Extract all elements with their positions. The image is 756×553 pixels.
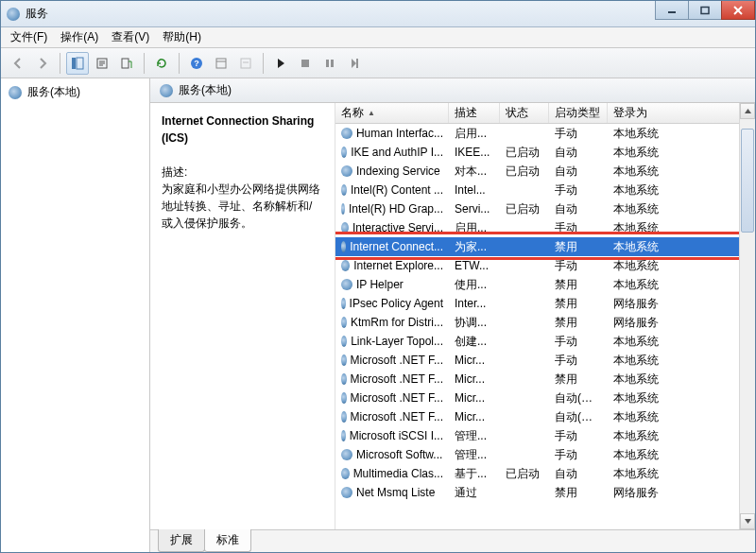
column-header-name[interactable]: 名称▲ xyxy=(335,103,449,123)
service-row[interactable]: Human Interfac...启用...手动本地系统 xyxy=(335,124,755,143)
service-row[interactable]: Link-Layer Topol...创建...手动本地系统 xyxy=(335,332,755,351)
cell-logon: 本地系统 xyxy=(608,277,755,293)
column-header-startup[interactable]: 启动类型 xyxy=(549,103,608,123)
service-name-text: Human Interfac... xyxy=(356,127,443,140)
service-name-text: Internet Explore... xyxy=(353,259,443,272)
service-row[interactable]: Multimedia Clas...基于...已启动自动本地系统 xyxy=(335,464,755,483)
gear-icon xyxy=(341,165,352,177)
cell-name: Indexing Service xyxy=(335,164,449,178)
show-hide-tree-button[interactable] xyxy=(66,52,89,75)
menu-help[interactable]: 帮助(H) xyxy=(163,29,201,45)
refresh-button[interactable] xyxy=(150,52,173,75)
help-button[interactable]: ? xyxy=(185,52,208,75)
tab-standard[interactable]: 标准 xyxy=(204,529,251,552)
service-name-text: Link-Layer Topol... xyxy=(351,335,443,348)
gear-icon xyxy=(341,260,350,271)
service-row[interactable]: Internet Explore...ETW...手动本地系统 xyxy=(335,256,755,275)
cell-logon: 本地系统 xyxy=(608,258,755,274)
pause-service-button[interactable] xyxy=(318,52,341,75)
service-row[interactable]: Microsoft .NET F...Micr...禁用本地系统 xyxy=(335,370,755,389)
cell-desc: Intel... xyxy=(449,183,500,197)
service-row[interactable]: KtmRm for Distri...协调...禁用网络服务 xyxy=(335,313,755,332)
svg-text:?: ? xyxy=(194,59,199,68)
cell-logon: 本地系统 xyxy=(608,220,755,236)
service-row[interactable]: Microsoft Softw...管理...手动本地系统 xyxy=(335,445,755,464)
gear-icon xyxy=(341,468,350,479)
service-row[interactable]: IKE and AuthIP I...IKEE...已启动自动本地系统 xyxy=(335,143,755,162)
cell-logon: 本地系统 xyxy=(608,164,755,180)
service-row[interactable]: Net Msmq Liste通过禁用网络服务 xyxy=(335,483,755,502)
gear-icon xyxy=(341,184,347,196)
service-name-text: Internet Connect... xyxy=(350,240,443,253)
export-list-button[interactable] xyxy=(115,52,138,75)
window-title: 服务 xyxy=(26,6,48,22)
cell-status: 已启动 xyxy=(500,145,549,161)
menu-view[interactable]: 查看(V) xyxy=(112,29,149,45)
service-row[interactable]: Intel(R) HD Grap...Servi...已启动自动本地系统 xyxy=(335,199,755,218)
service-name-text: Intel(R) Content ... xyxy=(351,183,443,197)
toolbar-separator xyxy=(179,53,180,74)
vertical-scrollbar[interactable] xyxy=(739,103,755,529)
cell-name: Net Msmq Liste xyxy=(335,486,449,499)
svg-rect-10 xyxy=(122,59,129,68)
menu-file[interactable]: 文件(F) xyxy=(10,29,47,45)
service-row[interactable]: Internet Connect...为家...禁用本地系统 xyxy=(335,237,755,256)
cell-startup: 自动 xyxy=(549,466,608,482)
gear-icon xyxy=(341,279,352,290)
detail-tabs: 扩展 标准 xyxy=(150,529,755,552)
restart-service-button[interactable] xyxy=(343,52,366,75)
toolbar: ? xyxy=(1,48,755,78)
export2-button[interactable] xyxy=(234,52,257,75)
detail-pane: Internet Connection Sharing (ICS) 描述: 为家… xyxy=(150,103,335,529)
column-header-desc[interactable]: 描述 xyxy=(449,103,500,123)
column-header-logon[interactable]: 登录为 xyxy=(608,103,755,123)
scrollbar-track[interactable] xyxy=(740,119,755,513)
start-service-button[interactable] xyxy=(269,52,292,75)
cell-logon: 本地系统 xyxy=(608,409,755,425)
service-row[interactable]: Intel(R) Content ...Intel...手动本地系统 xyxy=(335,181,755,199)
properties-button[interactable] xyxy=(91,52,113,75)
gear-icon xyxy=(341,222,349,233)
stop-service-button[interactable] xyxy=(294,52,317,75)
scroll-up-icon[interactable] xyxy=(740,103,755,119)
gear-icon xyxy=(341,298,346,309)
cell-name: Intel(R) HD Grap... xyxy=(335,202,449,216)
tab-extended[interactable]: 扩展 xyxy=(158,529,205,552)
cell-startup: 禁用 xyxy=(549,277,608,293)
nav-back-button[interactable] xyxy=(7,52,29,75)
cell-name: Microsoft .NET F... xyxy=(335,410,449,423)
scroll-down-icon[interactable] xyxy=(740,513,755,529)
menu-action[interactable]: 操作(A) xyxy=(60,29,98,45)
cell-logon: 本地系统 xyxy=(608,201,755,217)
tree-node-services-local[interactable]: 服务(本地) xyxy=(7,82,144,102)
column-headers: 名称▲ 描述 状态 启动类型 登录为 xyxy=(335,103,755,124)
cell-logon: 本地系统 xyxy=(608,145,755,161)
service-row[interactable]: Microsoft .NET F...Micr...自动(延迟...本地系统 xyxy=(335,407,755,426)
service-row[interactable]: IP Helper使用...禁用本地系统 xyxy=(335,275,755,294)
cell-desc: 基于... xyxy=(449,466,500,482)
cell-name: Internet Explore... xyxy=(335,259,449,272)
service-row[interactable]: Microsoft .NET F...Micr...自动(延迟...本地系统 xyxy=(335,389,755,407)
service-row[interactable]: Microsoft iSCSI I...管理...手动本地系统 xyxy=(335,426,755,445)
service-row[interactable]: Indexing Service对本...已启动自动本地系统 xyxy=(335,162,755,181)
service-rows: Human Interfac...启用...手动本地系统IKE and Auth… xyxy=(335,124,755,529)
selected-service-name: Internet Connection Sharing (ICS) xyxy=(162,112,323,147)
maximize-button[interactable] xyxy=(688,1,722,20)
cell-desc: 创建... xyxy=(449,334,500,350)
column-header-status[interactable]: 状态 xyxy=(500,103,549,123)
minimize-button[interactable] xyxy=(655,1,689,20)
service-list-pane: 名称▲ 描述 状态 启动类型 登录为 Human Interfac...启用..… xyxy=(335,103,755,529)
nav-forward-button[interactable] xyxy=(31,52,54,75)
service-row[interactable]: IPsec Policy AgentInter...禁用网络服务 xyxy=(335,294,755,313)
cell-logon: 本地系统 xyxy=(608,466,755,482)
properties2-button[interactable] xyxy=(210,52,232,75)
description-body: 为家庭和小型办公网络提供网络地址转换、寻址、名称解析和/或入侵保护服务。 xyxy=(162,181,323,232)
service-row[interactable]: Interactive Servi...启用...手动本地系统 xyxy=(335,218,755,237)
service-row[interactable]: Microsoft .NET F...Micr...手动本地系统 xyxy=(335,351,755,370)
cell-name: IP Helper xyxy=(335,278,449,291)
cell-desc: IKEE... xyxy=(449,146,500,159)
toolbar-separator xyxy=(263,53,264,74)
close-button[interactable] xyxy=(721,1,755,20)
scrollbar-thumb[interactable] xyxy=(741,129,754,233)
service-name-text: Microsoft .NET F... xyxy=(351,354,443,367)
